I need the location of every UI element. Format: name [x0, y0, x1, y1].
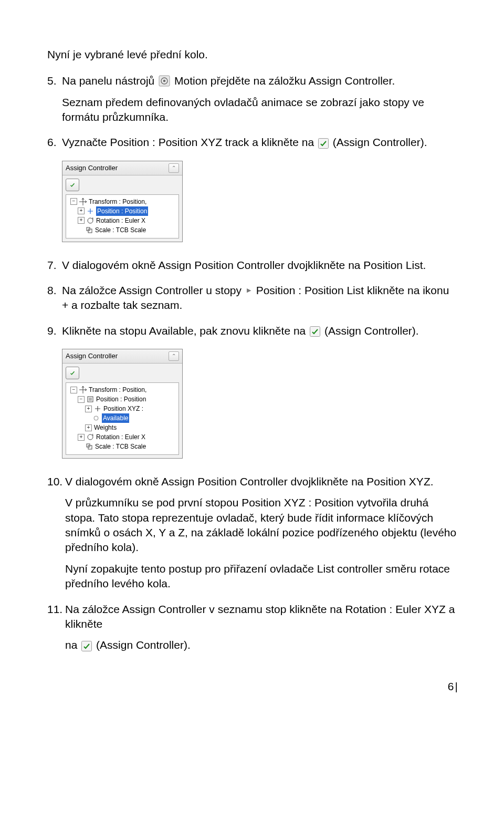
- expand-toggle[interactable]: +: [85, 424, 92, 431]
- step5-text-c: Seznam předem definovaných ovladačů anim…: [62, 95, 458, 125]
- tree-row-position[interactable]: + Position : Position: [68, 206, 176, 216]
- svg-point-4: [88, 218, 93, 223]
- expand-toggle[interactable]: +: [85, 406, 92, 412]
- step-number: 6.: [47, 135, 62, 150]
- step-number: 5.: [47, 74, 62, 124]
- available-node-icon: [92, 414, 100, 422]
- step7-text: V dialogovém okně Assign Position Contro…: [62, 259, 426, 271]
- step-body: V dialogovém okně Assign Position Contro…: [65, 474, 458, 591]
- svg-point-2: [163, 79, 166, 82]
- panel-title: Assign Controller: [66, 163, 169, 173]
- motion-panel-icon: [159, 75, 170, 87]
- collapse-button[interactable]: ⌃: [169, 163, 179, 173]
- rotation-node-icon: [87, 433, 94, 441]
- expand-toggle[interactable]: +: [78, 207, 85, 214]
- step11-text-a: Na záložce Assign Controller v seznamu s…: [65, 603, 455, 630]
- svg-rect-13: [82, 641, 92, 651]
- step-8: 8. Na záložce Assign Controller u stopy …: [47, 283, 458, 313]
- svg-point-10: [88, 434, 93, 440]
- tree-row-scale[interactable]: Scale : TCB Scale: [68, 225, 176, 235]
- tree-row-position-xyz[interactable]: + Position XYZ :: [68, 404, 176, 413]
- svg-point-9: [94, 416, 98, 420]
- assign-controller-panel: Assign Controller ⌃ − Transform : Positi…: [62, 161, 183, 242]
- assign-controller-icon: [81, 640, 92, 651]
- expand-toggle[interactable]: +: [78, 434, 85, 441]
- step11-text-b: na: [65, 639, 77, 651]
- step10-text-b: V průzkumníku se pod první stopou Positi…: [65, 495, 458, 555]
- step-6: 6. Vyznačte Position : Position XYZ trac…: [47, 135, 458, 150]
- panel-body: − Transform : Position, + Position : Pos…: [62, 175, 182, 242]
- step-body: Na záložce Assign Controller v seznamu s…: [65, 602, 458, 653]
- step11-text-c: (Assign Controller).: [96, 639, 191, 651]
- tree-row-scale[interactable]: Scale : TCB Scale: [68, 442, 176, 451]
- svg-rect-7: [310, 327, 320, 337]
- tree-label: Rotation : Euler X: [96, 216, 145, 225]
- tree-row-weights[interactable]: + Weights: [68, 423, 176, 432]
- tree-row-available[interactable]: Available: [68, 413, 176, 423]
- tree-label: Transform : Position,: [89, 385, 146, 395]
- step10-text-c: Nyní zopakujte tento postup pro přiřazen…: [65, 562, 458, 591]
- step-number: 11.: [47, 602, 65, 653]
- step8-text-a: Na záložce Assign Controller u stopy: [62, 284, 242, 296]
- step-7: 7. V dialogovém okně Assign Position Con…: [47, 258, 458, 273]
- step-number: 9.: [47, 324, 62, 338]
- position-node-icon: [87, 207, 94, 215]
- tree-label: Scale : TCB Scale: [95, 225, 146, 235]
- assign-controller-icon: [318, 138, 329, 148]
- expand-toggle[interactable]: −: [78, 396, 85, 403]
- assign-button[interactable]: [66, 367, 79, 379]
- position-node-icon: [94, 405, 101, 412]
- tree-label: Weights: [94, 423, 117, 432]
- rotation-node-icon: [87, 217, 94, 224]
- assign-button[interactable]: [66, 179, 79, 191]
- scale-node-icon: [86, 226, 93, 234]
- panel-title: Assign Controller: [66, 351, 169, 361]
- page-pipe: |: [455, 680, 458, 692]
- step-number: 8.: [47, 283, 62, 313]
- chevron-right-icon: ▶: [247, 286, 251, 294]
- tree-label: Scale : TCB Scale: [95, 442, 146, 451]
- step5-text-b: Motion přejděte na záložku Assign Contro…: [174, 75, 395, 87]
- step-10: 10. V dialogovém okně Assign Position Co…: [47, 474, 458, 591]
- tree-row-transform[interactable]: − Transform : Position,: [68, 197, 176, 206]
- expand-toggle[interactable]: −: [70, 387, 77, 393]
- step-number: 10.: [47, 474, 65, 591]
- step-11: 11. Na záložce Assign Controller v sezna…: [47, 602, 458, 653]
- tree-row-rotation[interactable]: + Rotation : Euler X: [68, 216, 176, 225]
- tree-label-selected: Available: [102, 413, 129, 423]
- collapse-button[interactable]: ⌃: [169, 351, 179, 361]
- tree-label: Rotation : Euler X: [96, 432, 145, 442]
- expand-toggle[interactable]: +: [78, 217, 85, 224]
- step-body: Klikněte na stopu Available, pak znovu k…: [62, 324, 458, 338]
- step-9: 9. Klikněte na stopu Available, pak znov…: [47, 324, 458, 338]
- tree-label: Transform : Position,: [89, 197, 146, 206]
- assign-controller-icon: [310, 326, 320, 336]
- step-number: 7.: [47, 258, 62, 273]
- figure-assign-controller-2: Assign Controller ⌃ − Transform : Positi…: [62, 349, 458, 459]
- svg-rect-3: [318, 138, 328, 148]
- transform-node-icon: [79, 198, 87, 205]
- tree-row-rotation[interactable]: + Rotation : Euler X: [68, 432, 176, 442]
- expand-toggle[interactable]: −: [70, 198, 77, 205]
- step-body: Vyznačte Position : Position XYZ track a…: [62, 135, 458, 150]
- panel-header: Assign Controller ⌃: [62, 161, 182, 175]
- step9-text-b: (Assign Controller).: [324, 325, 419, 337]
- tree-label-selected: Position : Position: [96, 206, 148, 216]
- step6-text-a: Vyznačte Position : Position XYZ track a…: [62, 136, 314, 148]
- step-body: Na panelu nástrojů Motion přejděte na zá…: [62, 74, 458, 124]
- assign-controller-panel: Assign Controller ⌃ − Transform : Positi…: [62, 349, 183, 459]
- page-number-value: 6: [448, 680, 454, 692]
- controller-tree[interactable]: − Transform : Position, − Position : Pos…: [66, 382, 179, 455]
- tree-row-transform[interactable]: − Transform : Position,: [68, 385, 176, 395]
- step10-text-a: V dialogovém okně Assign Position Contro…: [65, 474, 458, 489]
- tree-row-position-list[interactable]: − Position : Position: [68, 395, 176, 404]
- intro-text: Nyní je vybrané levé přední kolo.: [47, 47, 458, 62]
- figure-assign-controller-1: Assign Controller ⌃ − Transform : Positi…: [62, 161, 458, 242]
- controller-tree[interactable]: − Transform : Position, + Position : Pos…: [66, 194, 179, 238]
- tree-label: Position : Position: [96, 395, 146, 404]
- step-5: 5. Na panelu nástrojů Motion přejděte na…: [47, 74, 458, 124]
- step6-text-b: (Assign Controller).: [333, 136, 427, 148]
- step9-text-a: Klikněte na stopu Available, pak znovu k…: [62, 325, 306, 337]
- transform-node-icon: [79, 386, 87, 393]
- step-body: V dialogovém okně Assign Position Contro…: [62, 258, 458, 273]
